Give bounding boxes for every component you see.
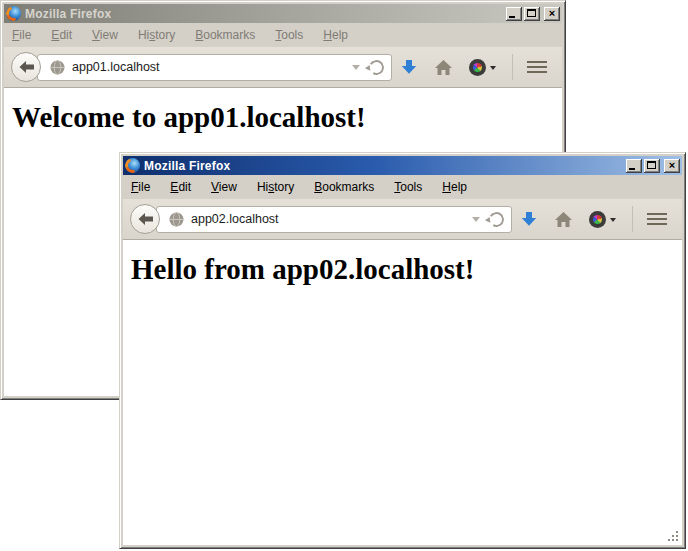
maximize-button[interactable] [524,7,540,21]
close-button[interactable]: × [664,159,680,173]
menu-help[interactable]: Help [436,178,473,196]
back-arrow-icon [138,213,153,225]
reload-icon[interactable] [487,210,505,228]
download-arrow-icon [401,59,417,75]
navigation-toolbar: app02.localhost [123,199,682,240]
back-button[interactable] [130,204,160,234]
chevron-down-icon [610,218,616,225]
maximize-button[interactable] [644,159,660,173]
menu-history[interactable]: History [132,26,181,44]
page-content: Hello from app02.localhost! [123,240,682,545]
menu-edit[interactable]: Edit [45,26,78,44]
maximize-icon [647,161,656,169]
menu-file[interactable]: File [125,178,156,196]
url-text[interactable]: app01.localhost [72,60,348,74]
url-text[interactable]: app02.localhost [191,212,468,226]
back-arrow-icon [19,61,34,73]
urlbar-dropdown-icon[interactable] [472,217,480,222]
home-icon [555,212,572,227]
colorwheel-icon [469,59,486,76]
titlebar[interactable]: Mozilla Firefox × [4,4,562,23]
firefox-logo-icon [6,6,21,21]
navigation-toolbar: app01.localhost [4,47,562,88]
download-button[interactable] [521,211,537,227]
menu-view[interactable]: View [86,26,124,44]
page-heading: Hello from app02.localhost! [131,253,682,286]
colorwheel-icon [589,211,606,228]
minimize-icon [629,168,635,170]
back-button[interactable] [11,52,41,82]
menu-tools[interactable]: Tools [269,26,309,44]
reload-icon[interactable] [367,58,385,76]
close-icon: × [544,7,560,20]
home-button[interactable] [435,60,452,75]
minimize-icon [509,16,515,18]
menu-help[interactable]: Help [317,26,354,44]
toolbar-separator [632,206,633,232]
globe-site-icon[interactable] [169,212,184,227]
firefox-logo-icon [125,158,140,173]
minimize-button[interactable] [626,159,642,173]
colorwheel-addon-button[interactable] [589,211,616,228]
firefox-window-app02: Mozilla Firefox × File Edit View History… [119,152,686,549]
menu-edit[interactable]: Edit [164,178,197,196]
menu-view[interactable]: View [205,178,243,196]
menu-hamburger-button[interactable] [527,66,547,68]
menu-bar: File Edit View History Bookmarks Tools H… [4,23,562,47]
window-title: Mozilla Firefox [25,7,504,21]
globe-site-icon[interactable] [50,60,65,75]
toolbar-separator [512,54,513,80]
titlebar[interactable]: Mozilla Firefox × [123,156,682,175]
url-bar[interactable]: app02.localhost [156,206,512,233]
menu-bookmarks[interactable]: Bookmarks [189,26,261,44]
urlbar-dropdown-icon[interactable] [352,65,360,70]
home-button[interactable] [555,212,572,227]
menu-bookmarks[interactable]: Bookmarks [308,178,380,196]
download-arrow-icon [521,211,537,227]
menu-file[interactable]: File [6,26,37,44]
colorwheel-addon-button[interactable] [469,59,496,76]
page-heading: Welcome to app01.localhost! [12,101,562,134]
download-button[interactable] [401,59,417,75]
close-icon: × [664,159,680,172]
menu-history[interactable]: History [251,178,300,196]
window-title: Mozilla Firefox [144,159,624,173]
menu-bar: File Edit View History Bookmarks Tools H… [123,175,682,199]
menu-tools[interactable]: Tools [388,178,428,196]
menu-hamburger-button[interactable] [647,218,667,220]
home-icon [435,60,452,75]
maximize-icon [527,9,536,17]
minimize-button[interactable] [506,7,522,21]
close-button[interactable]: × [544,7,560,21]
desktop: { "desktop": { "background_color": "#fff… [0,0,688,551]
url-bar[interactable]: app01.localhost [37,54,392,81]
resize-grip[interactable] [666,529,680,543]
chevron-down-icon [490,66,496,73]
